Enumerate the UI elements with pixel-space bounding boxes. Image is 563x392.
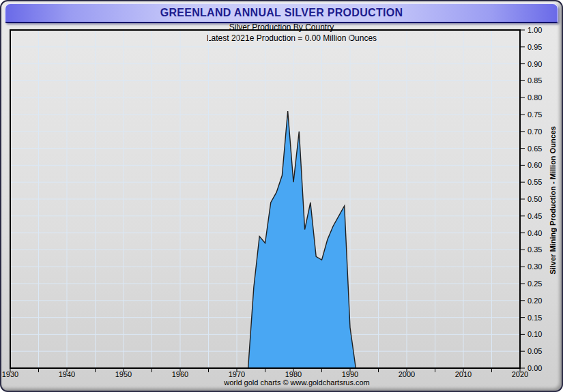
y-axis-label: 0.85 <box>528 76 542 85</box>
x-axis-label: 1960 <box>172 370 188 378</box>
y-axis-label: 0.50 <box>528 195 542 203</box>
y-axis-label: 1.00 <box>528 26 542 34</box>
y-axis-label: 0.10 <box>528 330 542 338</box>
y-axis-label: 0.60 <box>528 161 542 169</box>
x-axis-label: 1930 <box>2 370 18 378</box>
x-axis-label: 1990 <box>342 370 358 378</box>
y-axis-label: 0.00 <box>528 364 542 372</box>
x-axis-label: 2020 <box>512 370 528 378</box>
chart-canvas: 1930194019501960197019801990200020102020… <box>0 0 563 392</box>
y-axis-label: 0.55 <box>528 178 542 186</box>
x-axis-label: 1950 <box>115 370 132 378</box>
y-axis-label: 0.95 <box>528 43 542 51</box>
x-axis-label: 1940 <box>59 370 75 378</box>
silver-production-area <box>248 111 356 368</box>
y-axis-label: 0.75 <box>528 110 542 119</box>
y-axis-label: 0.15 <box>528 314 542 322</box>
x-axis-label: 1970 <box>229 370 245 378</box>
y-axis-label: 0.45 <box>528 212 542 220</box>
x-axis-label: 2010 <box>455 370 472 378</box>
y-axis-label: 0.80 <box>528 93 542 102</box>
y-axis-label: 0.25 <box>528 280 542 288</box>
y-axis-label: 0.90 <box>528 60 542 68</box>
y-axis-label: 0.40 <box>528 229 542 237</box>
y-axis-label: 0.70 <box>528 127 542 136</box>
y-axis-label: 0.30 <box>528 262 542 271</box>
y-axis-label: 0.65 <box>528 145 542 153</box>
x-axis-label: 2000 <box>399 370 415 378</box>
y-axis-label: 0.35 <box>528 245 542 254</box>
x-axis-label: 1980 <box>285 370 302 378</box>
y-axis-label: 0.20 <box>528 297 542 305</box>
y-axis-label: 0.05 <box>528 347 542 355</box>
